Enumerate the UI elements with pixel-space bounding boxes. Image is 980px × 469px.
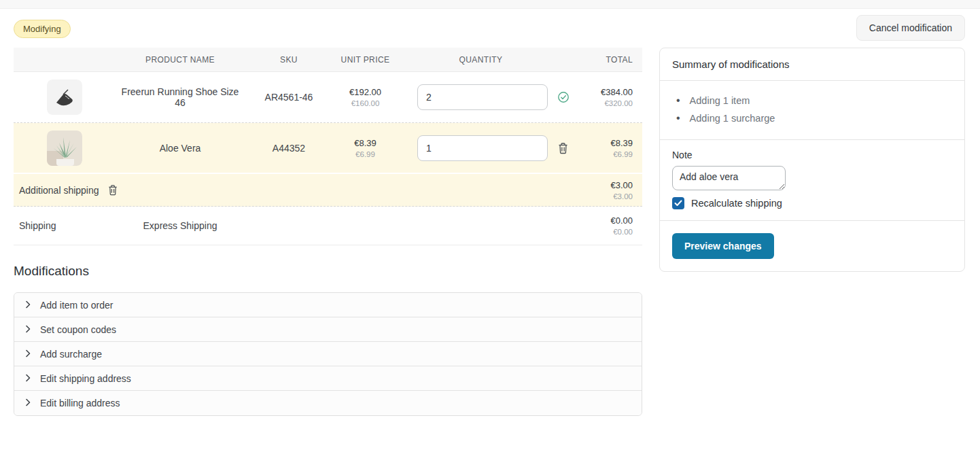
product-name: Freerun Running Shoe Size 46 [116,86,245,108]
preview-changes-button[interactable]: Preview changes [672,233,774,259]
accordion-label: Set coupon codes [40,324,116,335]
summary-title: Summary of modifications [672,58,952,70]
header-total: TOTAL [564,55,642,65]
chevron-right-icon [24,398,31,409]
quantity-input[interactable] [417,135,548,161]
note-textarea[interactable]: Add aloe vera [672,166,786,190]
product-image-sneaker [47,80,82,115]
header-unit-price: UNIT PRICE [333,55,398,65]
shipping-label: Shipping [14,220,56,231]
line-total-gross: €8.39 [564,138,633,148]
surcharge-label: Additional shipping [19,185,99,196]
product-name: Aloe Vera [116,143,245,154]
table-row-added: Aloe Vera A44352 €8.39 €6.99 €8.39 €6.99 [14,123,642,174]
accordion-set-coupon-codes[interactable]: Set coupon codes [14,317,642,342]
unit-price-gross: €192.00 [333,87,398,97]
line-total-net: €6.99 [564,150,633,158]
shipping-total-net: €0.00 [245,228,633,236]
unit-price-gross: €8.39 [333,138,398,148]
accordion-label: Edit shipping address [40,373,131,384]
accordion-edit-billing-address[interactable]: Edit billing address [14,391,642,415]
surcharge-row: Additional shipping €3.00 €3.00 [14,174,642,207]
surcharge-total-net: €3.00 [118,192,633,201]
modifications-accordion: Add item to order Set coupon codes Add s… [14,292,642,416]
accordion-label: Add surcharge [40,349,102,360]
summary-of-modifications-card: Summary of modifications Adding 1 item A… [659,48,965,272]
summary-bullet-list: Adding 1 item Adding 1 surcharge [672,90,952,130]
shipping-total-gross: €0.00 [245,215,633,226]
cancel-modification-button[interactable]: Cancel modification [856,15,965,41]
top-bar [0,0,980,9]
accordion-add-item-to-order[interactable]: Add item to order [14,293,642,317]
modifications-title: Modifications [14,264,89,279]
unit-price-net: €6.99 [333,150,398,158]
surcharge-total-gross: €3.00 [118,180,633,190]
remove-surcharge-trash-icon[interactable] [107,184,118,196]
product-sku: AR4561-46 [245,92,333,103]
unit-price-net: €160.00 [333,99,398,107]
accordion-label: Edit billing address [40,398,120,409]
header-sku: SKU [245,55,333,65]
chevron-right-icon [24,349,31,360]
header-product-name: PRODUCT NAME [116,55,245,65]
header-quantity: QUANTITY [398,55,564,65]
shipping-row: Shipping Express Shipping €0.00 €0.00 [14,207,642,245]
note-label: Note [672,150,952,160]
chevron-right-icon [24,373,31,384]
recalculate-shipping-checkbox[interactable] [672,197,684,209]
accordion-edit-shipping-address[interactable]: Edit shipping address [14,366,642,391]
product-image-aloe [47,131,82,166]
line-total-gross: €384.00 [564,87,633,97]
summary-bullet: Adding 1 item [676,92,952,109]
product-sku: A44352 [245,143,333,154]
table-header-row: PRODUCT NAME SKU UNIT PRICE QUANTITY TOT… [14,48,642,72]
accordion-add-surcharge[interactable]: Add surcharge [14,342,642,366]
shipping-method: Express Shipping [116,220,245,231]
chevron-right-icon [24,300,31,311]
order-items-table: PRODUCT NAME SKU UNIT PRICE QUANTITY TOT… [14,48,642,245]
chevron-right-icon [24,324,31,335]
status-badge: Modifying [14,20,71,38]
table-row: Freerun Running Shoe Size 46 AR4561-46 €… [14,72,642,123]
recalculate-shipping-label: Recalculate shipping [691,198,782,209]
summary-bullet: Adding 1 surcharge [676,109,952,127]
quantity-input[interactable] [417,84,548,110]
line-total-net: €320.00 [564,99,633,107]
accordion-label: Add item to order [40,300,113,311]
